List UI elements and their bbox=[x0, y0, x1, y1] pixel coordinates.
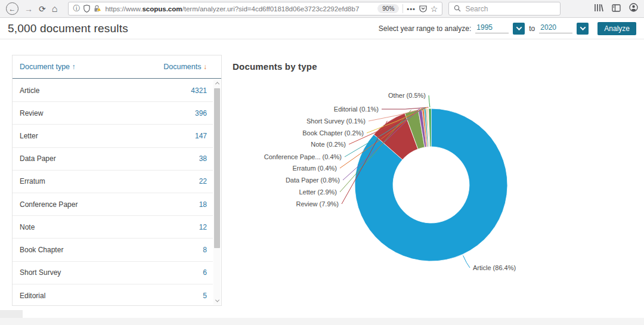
chevron-down-icon bbox=[516, 24, 522, 30]
table-scrollbar[interactable] bbox=[213, 79, 221, 305]
sort-desc-icon: ↓ bbox=[203, 63, 207, 71]
search-icon bbox=[454, 4, 461, 14]
documents-count-link[interactable]: 38 bbox=[199, 154, 207, 163]
documents-count-link[interactable]: 147 bbox=[195, 132, 207, 140]
leader-line bbox=[463, 255, 470, 268]
slice-label: Erratum (0.4%) bbox=[292, 165, 337, 172]
forward-icon[interactable]: → bbox=[24, 4, 33, 14]
scroll-up-icon[interactable] bbox=[213, 79, 221, 87]
browser-search-box[interactable]: Search bbox=[448, 2, 561, 16]
chart-title: Documents by type bbox=[233, 61, 317, 72]
document-type-cell: Erratum bbox=[20, 177, 45, 185]
shield-icon[interactable] bbox=[83, 5, 90, 13]
results-header: 5,000 document results Select year range… bbox=[0, 18, 644, 39]
site-info-icon[interactable]: ⓘ bbox=[73, 4, 80, 14]
year-range-label: Select year range to analyze: bbox=[379, 24, 471, 33]
year-from-select[interactable]: 1995 bbox=[475, 23, 509, 33]
sort-documents[interactable]: Documents ↓ bbox=[163, 63, 207, 71]
table-row: Editorial5 bbox=[13, 284, 213, 306]
refresh-icon[interactable]: ⟳ bbox=[39, 4, 46, 14]
toolbar-right-icons bbox=[594, 3, 638, 14]
documents-count-link[interactable]: 5 bbox=[203, 292, 207, 300]
table-row: Note12 bbox=[13, 216, 213, 239]
donut-chart-svg: Other (0.5%)Editorial (0.1%)Short Survey… bbox=[231, 57, 644, 307]
year-to-dropdown-button[interactable] bbox=[577, 23, 589, 35]
documents-count-link[interactable]: 4321 bbox=[191, 86, 207, 95]
table-row: Letter147 bbox=[13, 125, 213, 147]
document-type-table: Document type ↑ Documents ↓ Article4321R… bbox=[12, 55, 222, 306]
browser-toolbar: ← → ⟳ ⌂ ⓘ https://www.scopus.com/term/an… bbox=[0, 0, 644, 18]
documents-count-link[interactable]: 6 bbox=[203, 268, 207, 277]
document-type-cell: Book Chapter bbox=[20, 246, 63, 254]
lock-warning-icon[interactable] bbox=[94, 5, 101, 13]
documents-count-link[interactable]: 12 bbox=[199, 223, 207, 231]
address-bar[interactable]: ⓘ https://www.scopus.com/term/analyzer.u… bbox=[68, 2, 442, 16]
documents-count-link[interactable]: 22 bbox=[199, 177, 207, 185]
table-row: Article4321 bbox=[13, 79, 213, 102]
table-row: Data Paper38 bbox=[13, 148, 213, 171]
table-row: Short Survey6 bbox=[13, 262, 213, 284]
chevron-down-icon bbox=[580, 24, 586, 30]
account-icon[interactable] bbox=[629, 3, 638, 14]
library-icon[interactable] bbox=[594, 4, 603, 14]
analyze-button[interactable]: Analyze bbox=[597, 22, 636, 35]
slice-label: Article (86.4%) bbox=[473, 264, 516, 271]
scopus-analyzer-page: ← → ⟳ ⌂ ⓘ https://www.scopus.com/term/an… bbox=[0, 0, 644, 325]
sort-asc-icon: ↑ bbox=[72, 63, 76, 71]
year-range-controls: Select year range to analyze: 1995 to 20… bbox=[379, 22, 636, 35]
document-type-table-body: Article4321Review396Letter147Data Paper3… bbox=[13, 79, 213, 305]
home-icon[interactable]: ⌂ bbox=[52, 4, 58, 14]
slice-label: Other (0.5%) bbox=[388, 92, 426, 99]
scroll-down-icon[interactable] bbox=[213, 297, 221, 305]
footer-strip bbox=[0, 318, 644, 325]
sort-document-type[interactable]: Document type ↑ bbox=[20, 63, 76, 71]
url-text[interactable]: https://www.scopus.com/term/analyzer.uri… bbox=[105, 5, 374, 13]
to-label: to bbox=[529, 24, 535, 33]
table-header: Document type ↑ Documents ↓ bbox=[13, 55, 221, 79]
slice-label: Conference Pape... (0.4%) bbox=[264, 153, 342, 160]
documents-count-link[interactable]: 396 bbox=[195, 109, 207, 117]
pocket-icon[interactable] bbox=[419, 5, 427, 13]
document-type-cell: Article bbox=[20, 86, 39, 95]
leader-line bbox=[429, 95, 430, 107]
document-type-cell: Conference Paper bbox=[20, 200, 78, 209]
document-type-cell: Review bbox=[20, 109, 43, 117]
back-icon[interactable]: ← bbox=[6, 2, 18, 15]
footer-chip bbox=[0, 310, 23, 318]
table-row: Erratum22 bbox=[13, 171, 213, 193]
scrollbar-thumb[interactable] bbox=[214, 88, 220, 248]
page-title: 5,000 document results bbox=[8, 22, 128, 35]
documents-count-link[interactable]: 8 bbox=[203, 246, 207, 254]
table-row: Review396 bbox=[13, 102, 213, 125]
year-to-select[interactable]: 2020 bbox=[539, 23, 572, 33]
slice-label: Note (0.2%) bbox=[311, 141, 346, 148]
slice-label: Book Chapter (0.2%) bbox=[302, 129, 364, 137]
document-type-cell: Editorial bbox=[20, 292, 45, 300]
documents-count-link[interactable]: 18 bbox=[199, 200, 207, 209]
slice-label: Short Survey (0.1%) bbox=[306, 117, 366, 125]
search-placeholder: Search bbox=[465, 5, 488, 13]
document-type-cell: Note bbox=[20, 223, 35, 231]
slice-label: Letter (2.9%) bbox=[299, 188, 337, 196]
table-row: Book Chapter8 bbox=[13, 239, 213, 261]
table-row: Conference Paper18 bbox=[13, 193, 213, 216]
page-actions-icon[interactable]: ••• bbox=[407, 5, 416, 13]
document-type-cell: Letter bbox=[20, 132, 38, 140]
divider bbox=[402, 4, 403, 13]
year-from-dropdown-button[interactable] bbox=[513, 23, 525, 35]
documents-by-type-chart: Other (0.5%)Editorial (0.1%)Short Survey… bbox=[231, 57, 644, 307]
slice-label: Editorial (0.1%) bbox=[334, 106, 379, 113]
sidebar-icon[interactable] bbox=[612, 4, 621, 14]
slice-label: Data Paper (0.8%) bbox=[286, 177, 340, 184]
document-type-cell: Data Paper bbox=[20, 154, 56, 163]
document-type-cell: Short Survey bbox=[20, 268, 61, 277]
bookmark-star-icon[interactable]: ☆ bbox=[431, 4, 438, 14]
zoom-level-badge[interactable]: 90% bbox=[377, 4, 399, 13]
slice-label: Review (7.9%) bbox=[296, 200, 339, 208]
